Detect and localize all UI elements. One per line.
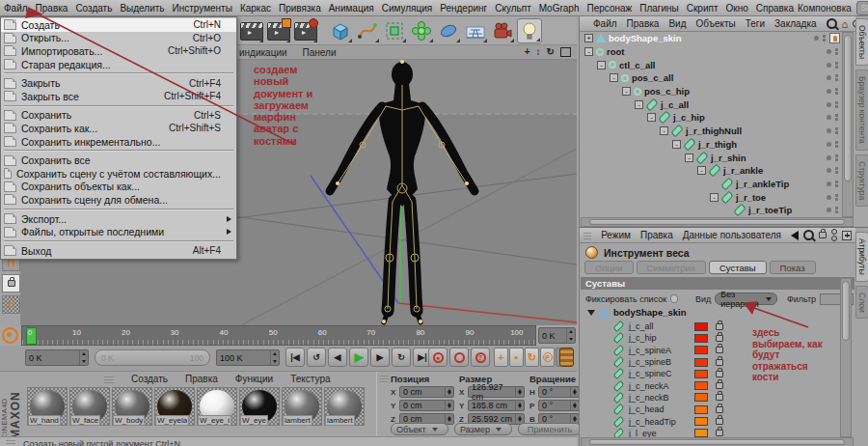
joint-lock-icon[interactable]: [716, 359, 723, 366]
previous-key-button[interactable]: ↺: [307, 348, 326, 367]
object-tree-item[interactable]: - j_r_toe: [581, 190, 842, 204]
material-item[interactable]: W_face: [69, 387, 110, 426]
menubar-item[interactable]: MoGraph: [535, 3, 583, 14]
rotate-view-icon[interactable]: ↻: [547, 47, 555, 57]
spinner-icon[interactable]: [570, 387, 579, 397]
joint-list-item[interactable]: j_c_headTip: [581, 415, 839, 427]
joint-color-swatch[interactable]: [694, 358, 708, 367]
expand-toggle-icon[interactable]: -: [660, 126, 668, 135]
file-menu-item[interactable]: Сохранить сцену для обмена...: [1, 193, 236, 207]
expand-toggle-icon[interactable]: -: [584, 47, 593, 56]
menubar-item[interactable]: Плагины: [636, 3, 683, 14]
joint-list-item[interactable]: j_c_head: [581, 404, 839, 415]
expand-toggle-icon[interactable]: -: [697, 166, 706, 175]
keyframe-selection-button[interactable]: ?: [471, 348, 490, 367]
timeline-ruler[interactable]: 0102030405060708090100: [21, 325, 536, 346]
joints-section-header[interactable]: Суставы: [581, 277, 854, 290]
object-tree-item[interactable]: - j_c_hip: [581, 111, 842, 125]
spinner-icon[interactable]: [570, 401, 579, 410]
dock-tab[interactable]: Слои: [855, 286, 868, 320]
spinner-icon[interactable]: [270, 350, 279, 365]
material-menu-item[interactable]: Функции: [235, 374, 273, 384]
autokey-button[interactable]: [449, 348, 469, 367]
weight-tag-icon[interactable]: [829, 33, 840, 43]
file-menu-item[interactable]: Сохранить сцену с учётом составляющих...: [1, 167, 236, 181]
search-icon[interactable]: [803, 230, 814, 240]
joint-list-item[interactable]: j_c_neckB: [581, 392, 839, 404]
camera-icon[interactable]: [490, 18, 515, 43]
visibility-dots[interactable]: [827, 207, 838, 213]
key-position-toggle[interactable]: +: [494, 348, 508, 367]
spinner-icon[interactable]: [445, 401, 453, 410]
visibility-dots[interactable]: [827, 62, 838, 69]
material-item[interactable]: W_eye: [239, 387, 280, 426]
primitive-cube-icon[interactable]: [328, 18, 353, 43]
material-item[interactable]: W_eyela: [154, 387, 195, 426]
joint-color-swatch[interactable]: [694, 429, 708, 437]
joint-color-swatch[interactable]: [694, 334, 708, 343]
timeline-end-field[interactable]: 0 K: [538, 327, 576, 344]
file-menu-item[interactable]: Старая редакция...: [1, 58, 236, 71]
file-menu-item[interactable]: Сохранить инкрементально...: [1, 135, 236, 149]
next-key-button[interactable]: ↻: [392, 348, 411, 367]
material-item[interactable]: lambert: [282, 387, 322, 426]
object-tree-item[interactable]: j_r_ankleTip: [581, 178, 842, 191]
menubar-item[interactable]: Правка: [32, 3, 72, 14]
visibility-dots[interactable]: [827, 88, 838, 95]
joint-lock-icon[interactable]: [716, 394, 723, 401]
joint-lock-icon[interactable]: [716, 335, 723, 342]
visibility-dots[interactable]: [827, 141, 838, 148]
menubar-item[interactable]: Создать: [71, 3, 116, 14]
search-icon[interactable]: [827, 18, 837, 29]
material-item[interactable]: W_eye_i: [197, 387, 237, 426]
panel-grip-icon[interactable]: [583, 232, 591, 239]
visibility-dots[interactable]: [827, 101, 838, 108]
expand-toggle-icon[interactable]: -: [685, 153, 693, 162]
file-menu-item[interactable]: Сохранить все: [1, 153, 236, 167]
object-manager-menu-item[interactable]: Объекты: [695, 18, 735, 29]
file-menu-item[interactable]: Импортировать... Ctrl+Shift+O: [1, 44, 236, 58]
joint-list-vscrollbar[interactable]: [840, 278, 852, 437]
expand-toggle-icon[interactable]: -: [597, 61, 606, 70]
object-tree-item[interactable]: - ctl_c_all: [581, 58, 842, 71]
keyframe-bars-icon[interactable]: [559, 348, 574, 367]
panel-grip-icon[interactable]: [379, 375, 389, 382]
weight-tool-tab[interactable]: Симметрия: [637, 261, 706, 274]
render-queue-icon[interactable]: [293, 18, 318, 43]
object-tree-item[interactable]: + bodyShape_skin: [581, 32, 842, 45]
file-menu-item[interactable]: Выход Alt+F4: [1, 244, 236, 258]
menubar-item[interactable]: Выделить: [116, 3, 168, 14]
environment-icon[interactable]: [436, 18, 461, 43]
object-manager-menu-item[interactable]: Теги: [746, 18, 765, 29]
light-icon[interactable]: [517, 18, 542, 43]
menubar-item[interactable]: Окно: [722, 3, 752, 14]
menubar-item[interactable]: Рендеринг: [436, 3, 491, 14]
joint-color-swatch[interactable]: [694, 393, 708, 402]
workplane-lock-icon[interactable]: [2, 274, 20, 293]
joint-list-hscrollbar[interactable]: [581, 437, 854, 446]
object-manager-menu-item[interactable]: Вид: [668, 18, 686, 29]
spline-icon[interactable]: [355, 18, 380, 43]
joint-lock-icon[interactable]: [716, 323, 723, 330]
joint-color-swatch[interactable]: [694, 370, 708, 378]
visibility-dots[interactable]: [827, 154, 838, 161]
frame-start-field[interactable]: 0 K: [25, 349, 89, 366]
visibility-dots[interactable]: [827, 181, 838, 187]
apply-button[interactable]: Применить: [518, 423, 582, 435]
size-field[interactable]: 185.8 cm: [468, 400, 525, 411]
material-item[interactable]: W_body: [112, 387, 152, 426]
expand-toggle-icon[interactable]: -: [710, 193, 719, 202]
position-field[interactable]: 0 cm: [399, 386, 454, 398]
dock-tab[interactable]: Браузер контента: [855, 70, 868, 151]
weight-tool-tab[interactable]: Опции: [584, 261, 634, 274]
add-panel-icon[interactable]: [842, 231, 852, 240]
menubar-item[interactable]: Файл: [0, 3, 32, 14]
position-field[interactable]: 0 cm: [399, 400, 454, 411]
file-menu-item[interactable]: Создать Ctrl+N: [1, 18, 236, 32]
lock-icon[interactable]: [819, 232, 827, 238]
maximize-view-icon[interactable]: [560, 47, 571, 57]
menubar-item[interactable]: Привязка: [275, 3, 325, 14]
expand-toggle-icon[interactable]: -: [672, 140, 681, 149]
object-tree-item[interactable]: - j_r_ankle: [581, 164, 842, 178]
file-menu-item[interactable]: Сохранить Ctrl+S: [1, 109, 236, 123]
